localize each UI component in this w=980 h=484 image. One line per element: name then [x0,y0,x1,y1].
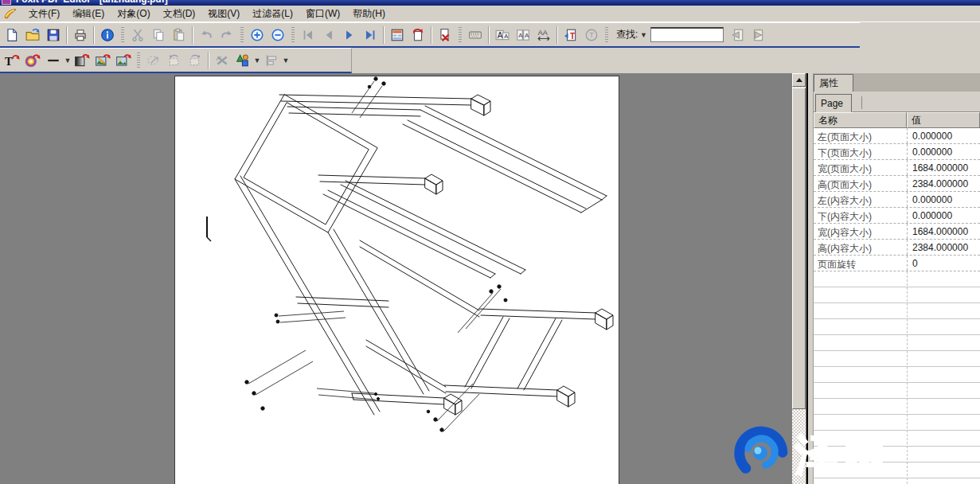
rotate-page-icon[interactable] [408,25,428,45]
prop-value[interactable]: 2384.000000 [907,176,980,191]
font-pair-icon[interactable]: AA [513,25,533,45]
paste-icon[interactable] [169,25,189,45]
up-arrow-icon [796,78,802,82]
text-circle-icon[interactable]: T [581,25,602,45]
copy-icon[interactable] [148,25,169,45]
keyboard-icon[interactable] [465,25,486,45]
screw-group-left-mid [275,311,346,323]
menu-view[interactable]: 视图(V) [201,6,246,22]
prop-value[interactable]: 0.000000 [907,192,980,207]
prop-value[interactable]: 0.000000 [907,128,980,143]
menu-window[interactable]: 窗口(W) [299,6,346,22]
pdf-page[interactable] [174,76,619,484]
cut-icon[interactable] [127,25,148,45]
prop-value[interactable]: 0 [907,256,980,271]
menu-filter[interactable]: 过滤器(L) [246,6,299,22]
watermark-logo [731,423,791,483]
panel-splitter[interactable] [808,73,814,484]
delete-object-icon[interactable] [212,51,232,70]
table-row[interactable]: 页面旋转 0 [814,256,980,271]
prop-name: 宽(页面大小) [814,160,907,175]
prop-value[interactable]: 0.000000 [907,144,980,159]
table-row[interactable]: 高(页面大小) 2384.000000 [814,176,980,192]
add-image-icon[interactable] [113,51,134,70]
prop-name: 高(内容大小) [814,240,907,255]
add-shape-dropdown[interactable]: ▼ [253,52,261,69]
open-icon[interactable] [22,25,43,45]
header-name[interactable]: 名称 [814,112,907,128]
add-color-icon[interactable] [22,51,43,70]
zoom-out-icon[interactable] [267,25,288,45]
first-page-icon[interactable] [298,25,318,45]
line-style-dropdown[interactable]: ▼ [64,52,72,69]
find-next-icon[interactable] [748,25,768,45]
prop-name: 左(内容大小) [814,192,907,207]
prop-value[interactable]: 1684.000000 [907,160,980,175]
table-row[interactable]: 左(内容大小) 0.000000 [814,192,980,208]
menu-object[interactable]: 对象(O) [111,6,156,22]
find-history-dropdown[interactable]: ▼ [639,26,647,44]
watermark-text: 泽网 [795,427,891,484]
new-icon[interactable] [2,25,22,45]
properties-titlebar: 属性 [814,73,980,92]
tab-page[interactable]: Page [815,94,852,112]
char-spacing-icon[interactable]: AA [533,25,554,45]
vertical-scrollbar[interactable] [792,73,806,484]
undo-icon[interactable] [196,25,217,45]
last-page-icon[interactable] [360,25,381,45]
zoom-in-icon[interactable] [247,25,267,45]
prop-value[interactable]: 1684.000000 [907,224,980,239]
find-prev-icon[interactable] [727,25,748,45]
scrollbar-thumb[interactable] [792,88,806,409]
print-icon[interactable] [70,25,91,45]
properties-title-tab[interactable]: 属性 [814,74,853,92]
page-layout-icon[interactable] [387,25,408,45]
info-icon[interactable] [97,25,118,45]
table-row[interactable]: 下(内容大小) 0.000000 [814,208,980,224]
align-objects-icon[interactable] [261,51,282,70]
font-size-icon[interactable]: AA [492,25,513,45]
redo-icon[interactable] [217,25,237,45]
save-icon[interactable] [43,25,64,45]
prop-name: 页面旋转 [814,256,907,271]
find-label: 查找: [616,28,638,41]
menu-edit[interactable]: 编辑(E) [66,6,111,22]
table-row[interactable]: 宽(页面大小) 1684.000000 [814,160,980,176]
text-cursor [207,217,211,241]
scroll-up-button[interactable] [792,73,806,87]
screw-group-left-low [245,350,313,410]
properties-tab-strip: Page [814,92,980,112]
prop-value[interactable]: 2384.000000 [907,240,980,255]
delete-page-icon[interactable] [435,25,455,45]
prop-value[interactable]: 0.000000 [907,208,980,223]
line-style-icon[interactable] [43,51,64,70]
prev-page-icon[interactable] [318,25,339,45]
table-row[interactable]: 高(内容大小) 2384.000000 [814,240,980,256]
next-page-icon[interactable] [339,25,360,45]
align-dropdown[interactable]: ▼ [282,52,290,69]
page-drawing [175,76,620,484]
header-value[interactable]: 值 [907,112,980,128]
edit-image-icon[interactable] [92,51,113,70]
find-input[interactable] [650,27,724,42]
menu-help[interactable]: 帮助(H) [346,6,392,22]
svg-text:T: T [5,54,13,67]
insert-text-icon[interactable]: T [560,25,581,45]
table-row[interactable]: 左(页面大小) 0.000000 [814,128,980,144]
prop-name: 宽(内容大小) [814,224,907,239]
add-shape-icon[interactable] [232,51,253,70]
table-row[interactable]: 宽(内容大小) 1684.000000 [814,224,980,240]
rotate-object-right-icon[interactable] [185,51,205,70]
menu-document[interactable]: 文档(D) [157,6,202,22]
prop-name: 下(内容大小) [814,208,907,223]
select-object-icon[interactable] [143,51,164,70]
table-row[interactable]: 下(页面大小) 0.000000 [814,144,980,160]
menu-file[interactable]: 文件(F) [22,6,66,22]
add-shading-icon[interactable] [72,51,92,70]
document-canvas[interactable] [0,73,806,484]
prop-name: 下(页面大小) [814,144,907,159]
window-title: Foxit PDF Editor - [anzhuang.pdf] [16,0,168,5]
rotate-object-left-icon[interactable] [164,51,185,70]
add-text-icon[interactable]: T [2,51,22,70]
object-toolbar: T ▼ [0,48,352,73]
